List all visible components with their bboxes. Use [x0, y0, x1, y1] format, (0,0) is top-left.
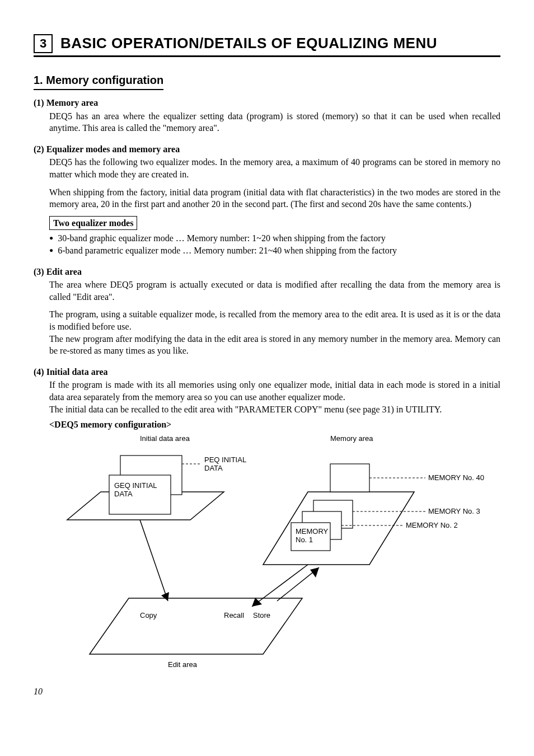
chapter-number-box: 3: [34, 34, 53, 53]
memory-configuration-diagram: Initial data area Memory area GEQ INITIA…: [56, 433, 500, 677]
paragraph: The new program after modifying the data…: [49, 333, 500, 357]
section-title: 1. Memory configuration: [34, 73, 163, 90]
list-item: 30-band graphic equalizer mode … Memory …: [49, 232, 500, 245]
chapter-heading: 3 BASIC OPERATION/DETAILS OF EQUALIZING …: [34, 34, 500, 57]
diagram-copy-label: Copy: [140, 611, 157, 619]
chapter-number: 3: [40, 35, 46, 52]
svg-marker-18: [310, 567, 319, 577]
svg-rect-5: [330, 464, 369, 492]
sub-heading-3: (3) Edit area: [34, 266, 500, 278]
paragraph: DEQ5 has an area where the equalizer set…: [49, 110, 500, 134]
subsection-edit-area: (3) Edit area The area where DEQ5 progra…: [34, 266, 500, 357]
diagram-edit-label: Edit area: [168, 660, 198, 669]
paragraph: The initial data can be recalled to the …: [49, 403, 500, 416]
paragraph: DEQ5 has the following two equalizer mod…: [49, 156, 500, 180]
list-item: 6-band parametric equalizer mode … Memor…: [49, 245, 500, 257]
subsection-equalizer-modes: (2) Equalizer modes and memory area DEQ5…: [34, 143, 500, 257]
diagram-label-memory-area: Memory area: [330, 434, 373, 443]
svg-line-13: [140, 520, 168, 601]
sub-heading-2: (2) Equalizer modes and memory area: [34, 143, 500, 156]
diagram-recall-label: Recall: [224, 611, 244, 619]
sub-heading-1: (1) Memory area: [34, 97, 500, 109]
config-title: <DEQ5 memory configuration>: [49, 419, 500, 431]
diagram-store-label: Store: [253, 611, 270, 619]
subsection-initial-data-area: (4) Initial data area If the program is …: [34, 366, 500, 431]
svg-marker-16: [252, 598, 262, 607]
diagram-mem3-label: MEMORY No. 3: [428, 507, 480, 515]
svg-line-15: [252, 565, 308, 607]
svg-marker-12: [90, 598, 302, 654]
subsection-memory-area: (1) Memory area DEQ5 has an area where t…: [34, 97, 500, 134]
paragraph: If the program is made with its all memo…: [49, 379, 500, 403]
chapter-title: BASIC OPERATION/DETAILS OF EQUALIZING ME…: [60, 34, 437, 53]
diagram-mem2-label: MEMORY No. 2: [406, 521, 458, 529]
paragraph: The area where DEQ5 program is actually …: [49, 279, 500, 303]
paragraph: When shipping from the factory, initial …: [49, 186, 500, 210]
equalizer-mode-list: 30-band graphic equalizer mode … Memory …: [49, 232, 500, 256]
diagram-label-initial-area: Initial data area: [140, 434, 190, 443]
sub-heading-4: (4) Initial data area: [34, 366, 500, 378]
diagram-peq-label: PEQ INITIAL DATA: [204, 456, 248, 472]
diagram-mem40-label: MEMORY No. 40: [428, 473, 484, 482]
page-number: 10: [34, 685, 500, 698]
paragraph: The program, using a suitable equalizer …: [49, 308, 500, 332]
two-equalizer-modes-box: Two equalizer modes: [49, 216, 137, 231]
